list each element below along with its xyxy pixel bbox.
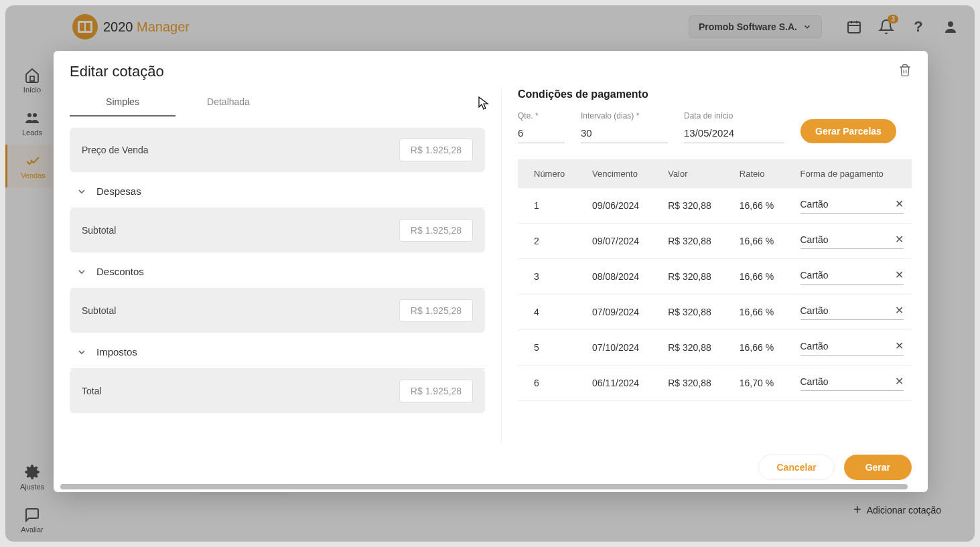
- subtotal1-value: R$ 1.925,28: [399, 219, 473, 242]
- close-icon[interactable]: ✕: [895, 375, 904, 388]
- forma-pagamento-select[interactable]: Cartão✕: [800, 198, 904, 214]
- cell-rateio: 16,66 %: [731, 188, 792, 224]
- cell-vencimento: 08/08/2024: [584, 259, 660, 295]
- edit-quote-modal: Editar cotação Simples Detalhada Preço d…: [54, 51, 928, 492]
- generate-button[interactable]: Gerar: [844, 455, 912, 480]
- cell-numero: 3: [518, 259, 584, 295]
- horizontal-scrollbar[interactable]: [60, 484, 908, 489]
- col-vencimento: Vencimento: [584, 159, 660, 188]
- subtotal2-value: R$ 1.925,28: [399, 299, 473, 322]
- cell-numero: 5: [518, 330, 584, 366]
- cell-rateio: 16,66 %: [731, 330, 792, 366]
- section-impostos[interactable]: Impostos: [70, 335, 485, 369]
- cell-rateio: 16,66 %: [731, 295, 792, 330]
- cell-valor: R$ 320,88: [660, 295, 731, 330]
- intervalo-input[interactable]: [581, 123, 668, 143]
- tab-detalhada[interactable]: Detalhada: [176, 88, 281, 116]
- cell-vencimento: 09/06/2024: [584, 188, 660, 224]
- chevron-down-icon: [76, 347, 87, 358]
- chevron-down-icon: [76, 266, 87, 277]
- cell-valor: R$ 320,88: [660, 188, 731, 224]
- cell-numero: 4: [518, 295, 584, 330]
- row-subtotal-2: Subtotal R$ 1.925,28: [70, 289, 485, 333]
- close-icon[interactable]: ✕: [895, 198, 904, 210]
- gerar-parcelas-button[interactable]: Gerar Parcelas: [800, 119, 896, 143]
- qte-label: Qte. *: [518, 111, 565, 121]
- cell-vencimento: 07/10/2024: [584, 330, 660, 366]
- cancel-button[interactable]: Cancelar: [758, 455, 834, 480]
- cell-numero: 6: [518, 366, 584, 401]
- trash-icon[interactable]: [898, 63, 912, 80]
- cell-rateio: 16,70 %: [731, 366, 792, 401]
- close-icon[interactable]: ✕: [895, 268, 904, 281]
- total-value: R$ 1.925,28: [399, 380, 473, 402]
- cell-valor: R$ 320,88: [660, 259, 731, 295]
- modal-title: Editar cotação: [70, 63, 164, 80]
- date-label: Data de início: [684, 111, 784, 121]
- forma-pagamento-select[interactable]: Cartão✕: [800, 339, 904, 356]
- row-preco-venda: Preço de Venda R$ 1.925,28: [70, 128, 485, 172]
- forma-pagamento-select[interactable]: Cartão✕: [800, 233, 904, 249]
- close-icon[interactable]: ✕: [895, 304, 904, 317]
- row-subtotal-1: Subtotal R$ 1.925,28: [70, 208, 485, 252]
- table-row: 407/09/2024R$ 320,8816,66 %Cartão✕: [518, 295, 912, 330]
- preco-venda-value[interactable]: R$ 1.925,28: [399, 139, 473, 161]
- row-total: Total R$ 1.925,28: [70, 369, 485, 413]
- forma-pagamento-select[interactable]: Cartão✕: [800, 375, 904, 391]
- col-numero: Número: [518, 159, 584, 188]
- chevron-down-icon: [76, 186, 87, 197]
- tab-simples[interactable]: Simples: [70, 88, 176, 116]
- col-forma: Forma de pagamento: [792, 159, 912, 188]
- col-rateio: Rateio: [731, 159, 792, 188]
- intervalo-label: Intervalo (dias) *: [581, 111, 668, 121]
- cell-vencimento: 06/11/2024: [584, 366, 660, 401]
- table-row: 209/07/2024R$ 320,8816,66 %Cartão✕: [518, 224, 912, 259]
- cell-valor: R$ 320,88: [660, 330, 731, 366]
- table-row: 606/11/2024R$ 320,8816,70 %Cartão✕: [518, 366, 912, 401]
- cell-rateio: 16,66 %: [731, 259, 792, 295]
- forma-pagamento-select[interactable]: Cartão✕: [800, 304, 904, 320]
- table-row: 109/06/2024R$ 320,8816,66 %Cartão✕: [518, 188, 912, 224]
- close-icon[interactable]: ✕: [895, 339, 904, 352]
- section-descontos[interactable]: Descontos: [70, 255, 485, 289]
- payment-conditions-title: Condições de pagamento: [518, 88, 912, 100]
- cell-vencimento: 09/07/2024: [584, 224, 660, 259]
- table-row: 308/08/2024R$ 320,8816,66 %Cartão✕: [518, 259, 912, 295]
- close-icon[interactable]: ✕: [895, 233, 904, 246]
- table-row: 507/10/2024R$ 320,8816,66 %Cartão✕: [518, 330, 912, 366]
- cell-numero: 1: [518, 188, 584, 224]
- cell-vencimento: 07/09/2024: [584, 295, 660, 330]
- qte-input[interactable]: [518, 123, 565, 143]
- payment-table: Número Vencimento Valor Rateio Forma de …: [518, 159, 912, 401]
- cell-valor: R$ 320,88: [660, 366, 731, 401]
- cell-rateio: 16,66 %: [731, 224, 792, 259]
- cell-numero: 2: [518, 224, 584, 259]
- cell-valor: R$ 320,88: [660, 224, 731, 259]
- forma-pagamento-select[interactable]: Cartão✕: [800, 268, 904, 285]
- section-despesas[interactable]: Despesas: [70, 175, 485, 208]
- col-valor: Valor: [660, 159, 731, 188]
- date-input[interactable]: [684, 123, 811, 143]
